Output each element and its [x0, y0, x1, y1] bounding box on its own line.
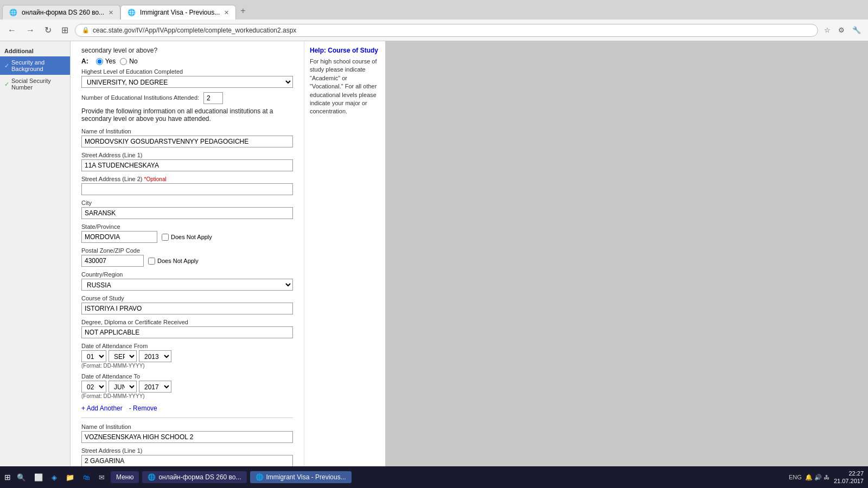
inst1-to-date-row: 02 JUN 2017: [81, 381, 293, 393]
taskbar-clock: 22:27 21.07.2017: [834, 470, 864, 485]
inst1-from-date-row: 01 SEP 2013: [81, 350, 293, 362]
institution-1-state-group: State/Province Does Not Apply: [81, 223, 293, 243]
nav-icons: ☆ ⚙ 🔧: [821, 24, 864, 36]
taskbar-search-button[interactable]: 🔍: [14, 472, 28, 483]
inst1-from-day-select[interactable]: 01: [81, 350, 106, 362]
taskbar-task-button[interactable]: ⬜: [31, 472, 46, 483]
taskbar-item-visa[interactable]: 🌐 Immigrant Visa - Previous...: [250, 471, 352, 483]
start-button[interactable]: ⊞: [4, 473, 11, 481]
inst1-postal-input[interactable]: [81, 255, 144, 267]
inst1-postal-row: Does Not Apply: [81, 255, 293, 267]
inst1-country-label: Country/Region: [81, 271, 293, 278]
inst1-from-month-select[interactable]: SEP: [108, 350, 137, 362]
systray-icons: 🔔 🔊 🖧: [805, 474, 829, 481]
settings-button[interactable]: ⚙: [835, 24, 847, 36]
form-container: secondary level or above? A: Yes No: [71, 41, 304, 466]
tab-2[interactable]: 🌐 Immigrant Visa - Previous... ✕: [120, 5, 236, 20]
help-panel: Help: Course of Study For high school co…: [304, 41, 385, 466]
inst1-course-input[interactable]: [81, 303, 293, 314]
taskbar-edge-button[interactable]: ◈: [49, 472, 60, 483]
radio-yes-label[interactable]: Yes: [96, 57, 116, 65]
address-bar[interactable]: 🔒 ceac.state.gov/IV/App/IVApp/complete/c…: [75, 24, 818, 37]
inst1-to-format: (Format: DD-MMM-YYYY): [81, 393, 293, 399]
taskbar-item-menu[interactable]: Меню: [111, 471, 139, 483]
new-tab-button[interactable]: +: [236, 4, 250, 18]
inst1-to-day-select[interactable]: 02: [81, 381, 106, 393]
taskbar-folder-button[interactable]: 📁: [63, 472, 77, 483]
inst1-to-year-select[interactable]: 2017: [139, 381, 171, 393]
tab-1[interactable]: 🌐 онлайн-форма DS 260 во... ✕: [2, 5, 120, 20]
answer-row: A: Yes No: [81, 57, 293, 65]
inst1-from-year-select[interactable]: 2013: [139, 350, 171, 362]
inst1-state-input[interactable]: [81, 231, 157, 243]
inst2-street1-input[interactable]: [81, 455, 293, 466]
inst1-postal-label: Postal Zone/ZIP Code: [81, 247, 293, 254]
taskbar: ⊞ 🔍 ⬜ ◈ 📁 🛍 ✉ Меню 🌐 онлайн-форма DS 260…: [0, 466, 868, 488]
nav-bar: ← → ↻ ⊞ 🔒 ceac.state.gov/IV/App/IVApp/co…: [0, 20, 868, 41]
inst1-street1-label: Street Address (Line 1): [81, 152, 293, 158]
remove-button[interactable]: - Remove: [129, 404, 157, 412]
help-section-1: Help: Course of Study For high school co…: [310, 47, 380, 116]
inst1-degree-input[interactable]: [81, 326, 293, 338]
section-divider: [81, 418, 293, 418]
inst1-street1-input[interactable]: [81, 159, 293, 171]
inst1-country-select[interactable]: RUSSIA: [81, 279, 293, 291]
num-institutions-group: Number of Educational Institutions Atten…: [81, 92, 293, 104]
check-icon-ssn: ✓: [4, 81, 9, 88]
inst2-name-input[interactable]: [81, 431, 293, 443]
institution-2-street1-group: Street Address (Line 1): [81, 447, 293, 466]
institution-1-street1-group: Street Address (Line 1): [81, 152, 293, 171]
add-another-button[interactable]: + Add Another: [81, 404, 123, 412]
radio-no-label[interactable]: No: [120, 57, 137, 65]
inst1-state-dna-checkbox[interactable]: [162, 234, 169, 241]
home-button[interactable]: ⊞: [58, 23, 72, 37]
check-icon-security: ✓: [4, 62, 9, 69]
inst1-to-label: Date of Attendance To: [81, 373, 293, 380]
extensions-button[interactable]: 🔧: [850, 24, 864, 36]
inst1-postal-dna-label[interactable]: Does Not Apply: [148, 258, 199, 265]
institution-1-city-group: City: [81, 200, 293, 219]
inst1-state-dna-label[interactable]: Does Not Apply: [162, 234, 212, 241]
inst1-degree-label: Degree, Diploma or Certificate Received: [81, 319, 293, 325]
tab-1-close[interactable]: ✕: [108, 9, 113, 16]
radio-no[interactable]: [120, 58, 127, 65]
inst1-city-input[interactable]: [81, 207, 293, 219]
inst1-postal-dna-checkbox[interactable]: [148, 258, 155, 265]
sidebar: Additional ✓ Security and Background ✓ S…: [0, 41, 71, 466]
inst1-from-label: Date of Attendance From: [81, 343, 293, 349]
highest-level-group: Highest Level of Education Completed UNI…: [81, 68, 293, 88]
clock-time: 22:27: [834, 470, 864, 477]
forward-button[interactable]: →: [23, 23, 38, 37]
taskbar-mail-button[interactable]: ✉: [96, 472, 107, 483]
institution-1-name-group: Name of Institution: [81, 128, 293, 147]
tab-2-close[interactable]: ✕: [224, 9, 229, 16]
tab-icon-form: 🌐: [148, 473, 156, 481]
inst1-to-month-select[interactable]: JUN: [108, 381, 137, 393]
inst1-street2-input[interactable]: [81, 183, 293, 195]
radio-yes[interactable]: [96, 58, 103, 65]
favorites-button[interactable]: ☆: [821, 24, 833, 36]
tab-2-label: Immigrant Visa - Previous...: [140, 9, 220, 16]
tab-bar: 🌐 онлайн-форма DS 260 во... ✕ 🌐 Immigran…: [0, 0, 868, 20]
institution-1-postal-group: Postal Zone/ZIP Code Does Not Apply: [81, 247, 293, 267]
tab-icon-visa: 🌐: [256, 473, 264, 481]
inst1-street2-optional: *Optional: [144, 176, 167, 182]
refresh-button[interactable]: ↻: [41, 23, 55, 37]
inst1-name-input[interactable]: [81, 136, 293, 147]
highest-level-select[interactable]: UNIVERSITY, NO DEGREE: [81, 76, 293, 88]
taskbar-store-button[interactable]: 🛍: [80, 472, 93, 483]
question-text: secondary level or above?: [81, 47, 293, 54]
sidebar-item-ssn[interactable]: ✓ Social Security Number: [0, 75, 70, 93]
inst1-state-label: State/Province: [81, 223, 293, 230]
taskbar-item-form[interactable]: 🌐 онлайн-форма DS 260 во...: [142, 471, 246, 483]
sidebar-item-ssn-label: Social Security Number: [11, 78, 66, 91]
num-institutions-input[interactable]: [203, 92, 223, 104]
institution-1-street2-group: Street Address (Line 2) *Optional: [81, 176, 293, 195]
sidebar-item-security[interactable]: ✓ Security and Background: [0, 56, 70, 75]
action-buttons: + Add Another - Remove: [81, 404, 293, 412]
inst2-name-label: Name of Institution: [81, 423, 293, 430]
provide-info-text: Provide the following information on all…: [81, 107, 293, 123]
back-button[interactable]: ←: [4, 23, 20, 37]
page-content: Additional ✓ Security and Background ✓ S…: [0, 41, 868, 466]
clock-date: 21.07.2017: [834, 477, 864, 485]
